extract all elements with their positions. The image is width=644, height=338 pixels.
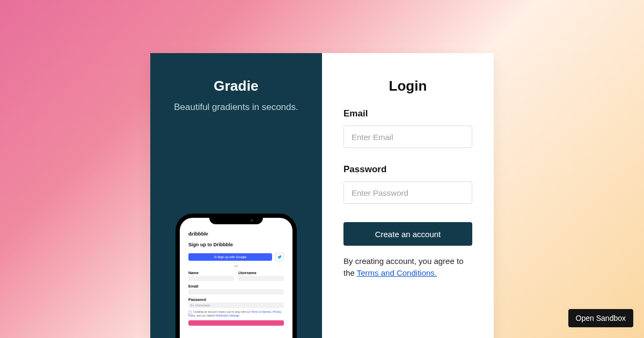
phone-or-divider: Or xyxy=(188,264,284,268)
phone-title: Sign up to Dribbble xyxy=(188,242,284,247)
phone-email-input xyxy=(188,289,284,295)
create-account-button[interactable]: Create an account xyxy=(343,222,472,246)
twitter-icon xyxy=(275,253,284,261)
phone-screen: dribbble Sign up to Dribbble G Sign up w… xyxy=(180,218,292,338)
auth-card: Gradie Beautiful gradients in seconds. d… xyxy=(150,53,494,338)
email-input[interactable] xyxy=(343,126,472,148)
password-input[interactable] xyxy=(343,181,472,204)
email-label: Email xyxy=(343,108,472,119)
phone-create-button xyxy=(188,320,284,326)
brand-panel: Gradie Beautiful gradients in seconds. d… xyxy=(150,53,322,338)
phone-google-button: G Sign up with Google xyxy=(188,253,272,261)
phone-password-input: 6+ characters xyxy=(188,303,284,308)
phone-terms-text: Creating an account means you're okay wi… xyxy=(188,310,284,317)
password-label: Password xyxy=(343,164,472,175)
phone-name-label: Name xyxy=(188,271,234,275)
phone-notch xyxy=(209,214,263,224)
open-sandbox-button[interactable]: Open Sandbox xyxy=(568,309,633,327)
terms-disclaimer: By creating account, you agree to the Te… xyxy=(343,255,472,279)
terms-link[interactable]: Terms and Conditions. xyxy=(357,268,437,277)
brand-name: Gradie xyxy=(214,78,259,94)
phone-username-input xyxy=(238,276,284,281)
phone-mockup: dribbble Sign up to Dribbble G Sign up w… xyxy=(175,214,297,338)
phone-email-label: Email xyxy=(188,284,284,288)
phone-logo: dribbble xyxy=(188,231,284,237)
phone-password-label: Password xyxy=(188,298,284,302)
phone-name-input xyxy=(188,276,234,281)
login-panel: Login Email Password Create an account B… xyxy=(322,53,494,338)
login-title: Login xyxy=(343,78,472,94)
brand-tagline: Beautiful gradients in seconds. xyxy=(174,102,298,113)
phone-username-label: Username xyxy=(238,271,284,275)
